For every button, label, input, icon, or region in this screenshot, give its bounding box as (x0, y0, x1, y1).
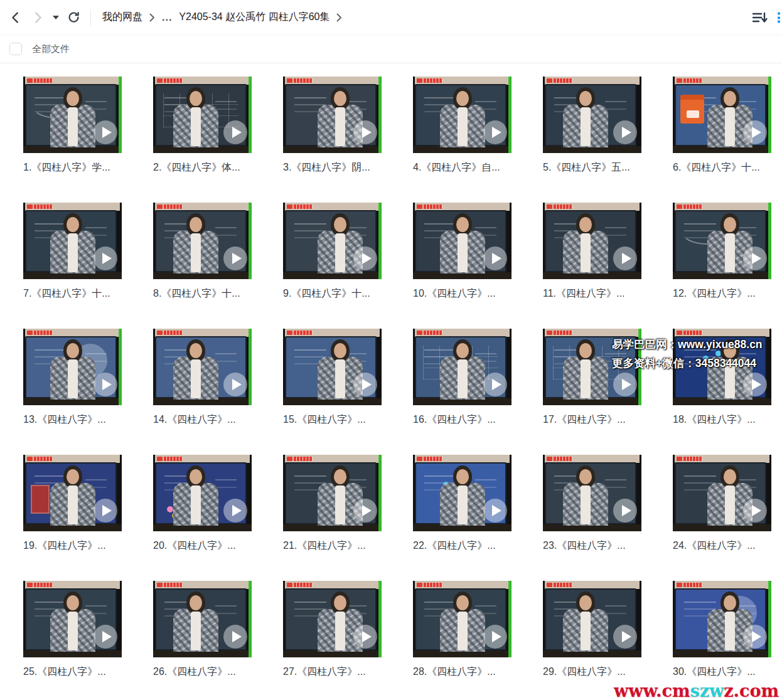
play-icon[interactable] (483, 373, 507, 396)
video-thumbnail[interactable] (283, 581, 382, 657)
file-card[interactable]: 26.《四柱八字》... (153, 581, 252, 679)
breadcrumb-current[interactable]: Y2405-34 赵公禹竹 四柱八字60集 (179, 11, 329, 24)
play-icon[interactable] (94, 499, 117, 522)
file-name[interactable]: 16.《四柱八字》... (413, 413, 512, 427)
play-icon[interactable] (223, 499, 247, 522)
play-icon[interactable] (223, 373, 247, 396)
file-card[interactable]: 14.《四柱八字》... (153, 329, 252, 427)
file-name[interactable]: 26.《四柱八字》... (153, 665, 252, 679)
play-icon[interactable] (743, 499, 767, 522)
play-icon[interactable] (223, 120, 247, 144)
play-icon[interactable] (353, 247, 377, 270)
video-thumbnail[interactable] (153, 77, 252, 153)
play-icon[interactable] (94, 120, 117, 144)
file-card[interactable]: 15.《四柱八字》... (283, 329, 382, 427)
play-icon[interactable] (743, 120, 767, 144)
file-name[interactable]: 9.《四柱八字》十... (283, 287, 382, 300)
file-card[interactable]: 3.《四柱八字》阴... (283, 77, 382, 174)
file-card[interactable]: 28.《四柱八字》... (413, 581, 512, 679)
file-name[interactable]: 1.《四柱八字》学... (23, 161, 122, 174)
video-thumbnail[interactable] (23, 581, 122, 657)
video-thumbnail[interactable] (413, 455, 512, 531)
video-thumbnail[interactable] (153, 203, 252, 279)
play-icon[interactable] (613, 120, 637, 144)
play-icon[interactable] (613, 625, 637, 649)
play-icon[interactable] (223, 247, 247, 270)
grid-view-icon[interactable] (778, 13, 782, 23)
play-icon[interactable] (483, 625, 507, 649)
file-name[interactable]: 5.《四柱八字》五... (543, 161, 641, 174)
play-icon[interactable] (743, 373, 767, 396)
video-thumbnail[interactable] (413, 329, 512, 405)
play-icon[interactable] (743, 625, 767, 649)
file-name[interactable]: 19.《四柱八字》... (23, 539, 122, 553)
sort-icon[interactable] (751, 10, 768, 25)
video-thumbnail[interactable] (543, 203, 641, 279)
file-card[interactable]: 30.《四柱八字》... (673, 581, 771, 679)
video-thumbnail[interactable] (413, 203, 512, 279)
video-thumbnail[interactable] (543, 77, 641, 153)
file-card[interactable]: 19.《四柱八字》... (23, 455, 122, 553)
file-name[interactable]: 18.《四柱八字》... (673, 413, 771, 427)
file-name[interactable]: 22.《四柱八字》... (413, 539, 512, 553)
file-name[interactable]: 13.《四柱八字》... (23, 413, 122, 427)
file-card[interactable]: 22.《四柱八字》... (413, 455, 512, 553)
play-icon[interactable] (743, 247, 767, 270)
back-icon[interactable] (9, 11, 23, 24)
file-name[interactable]: 10.《四柱八字》... (413, 287, 512, 300)
file-card[interactable]: 23.《四柱八字》... (543, 455, 641, 553)
file-name[interactable]: 15.《四柱八字》... (283, 413, 382, 427)
play-icon[interactable] (483, 120, 507, 144)
video-thumbnail[interactable] (23, 329, 122, 405)
play-icon[interactable] (353, 625, 377, 649)
file-card[interactable]: 18.《四柱八字》... (673, 329, 771, 427)
file-card[interactable]: 21.《四柱八字》... (283, 455, 382, 553)
video-thumbnail[interactable] (283, 203, 382, 279)
video-thumbnail[interactable] (673, 581, 771, 657)
file-card[interactable]: 13.《四柱八字》... (23, 329, 122, 427)
file-name[interactable]: 21.《四柱八字》... (283, 539, 382, 553)
video-thumbnail[interactable] (283, 77, 382, 153)
play-icon[interactable] (613, 247, 637, 270)
video-thumbnail[interactable] (23, 77, 122, 153)
file-card[interactable]: 29.《四柱八字》... (543, 581, 641, 679)
play-icon[interactable] (613, 499, 637, 522)
file-card[interactable]: 4.《四柱八字》自... (413, 77, 512, 174)
file-card[interactable]: 27.《四柱八字》... (283, 581, 382, 679)
video-thumbnail[interactable] (673, 203, 771, 279)
forward-icon[interactable] (31, 11, 45, 24)
refresh-icon[interactable] (67, 11, 80, 24)
video-thumbnail[interactable] (153, 329, 252, 405)
file-name[interactable]: 24.《四柱八字》... (673, 539, 771, 553)
select-all-checkbox[interactable] (9, 43, 22, 55)
file-name[interactable]: 17.《四柱八字》... (543, 413, 641, 427)
video-thumbnail[interactable] (543, 581, 641, 657)
video-thumbnail[interactable] (283, 329, 382, 405)
video-thumbnail[interactable] (543, 329, 641, 405)
caret-down-icon[interactable] (53, 13, 59, 23)
play-icon[interactable] (613, 373, 637, 396)
play-icon[interactable] (353, 499, 377, 522)
video-thumbnail[interactable] (153, 581, 252, 657)
file-name[interactable]: 14.《四柱八字》... (153, 413, 252, 427)
file-card[interactable]: 25.《四柱八字》... (23, 581, 122, 679)
file-card[interactable]: 17.《四柱八字》... (543, 329, 641, 427)
file-card[interactable]: 6.《四柱八字》十... (673, 77, 771, 174)
file-name[interactable]: 6.《四柱八字》十... (673, 161, 771, 174)
file-name[interactable]: 27.《四柱八字》... (283, 665, 382, 679)
file-name[interactable]: 28.《四柱八字》... (413, 665, 512, 679)
file-card[interactable]: 1.《四柱八字》学... (23, 77, 122, 174)
video-thumbnail[interactable] (673, 455, 771, 531)
play-icon[interactable] (94, 247, 117, 270)
video-thumbnail[interactable] (283, 455, 382, 531)
video-thumbnail[interactable] (23, 203, 122, 279)
video-thumbnail[interactable] (673, 329, 771, 405)
file-name[interactable]: 23.《四柱八字》... (543, 539, 641, 553)
video-thumbnail[interactable] (23, 455, 122, 531)
file-name[interactable]: 2.《四柱八字》体... (153, 161, 252, 174)
play-icon[interactable] (94, 373, 117, 396)
video-thumbnail[interactable] (153, 455, 252, 531)
file-name[interactable]: 11.《四柱八字》... (543, 287, 641, 300)
play-icon[interactable] (223, 625, 247, 649)
file-name[interactable]: 30.《四柱八字》... (673, 665, 771, 679)
